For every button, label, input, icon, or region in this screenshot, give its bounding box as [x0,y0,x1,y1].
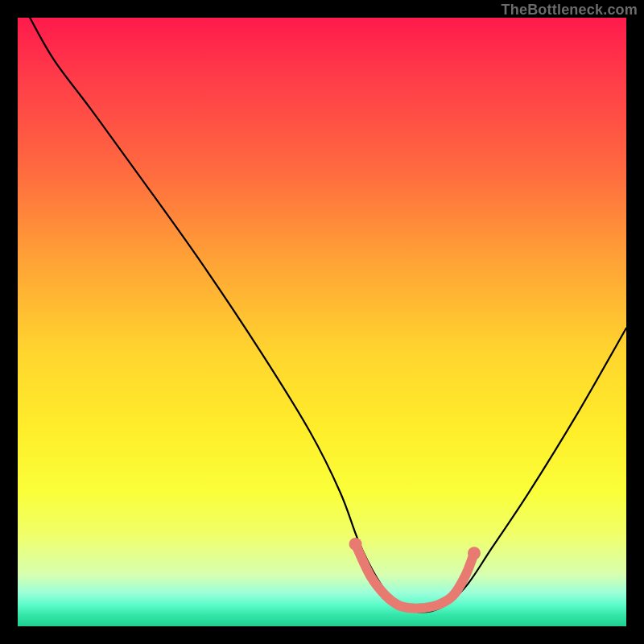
optimal-range-endpoint [468,547,481,559]
optimal-range-overlay [356,544,474,609]
plot-area [18,18,626,626]
bottleneck-curve-path [30,18,626,613]
optimal-range-endpoint [349,538,362,551]
watermark-text: TheBottleneck.com [502,2,638,19]
chart-stage: TheBottleneck.com [0,0,644,644]
curve-layer [18,18,626,626]
